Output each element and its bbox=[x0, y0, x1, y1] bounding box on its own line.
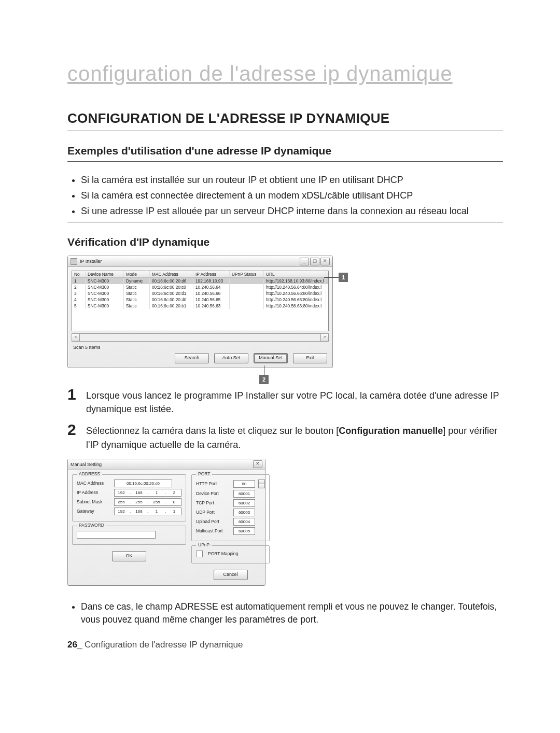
minimize-button[interactable]: _ bbox=[300, 258, 309, 265]
window-buttons: _ ▢ ✕ bbox=[300, 258, 330, 265]
page-banner: configuration de l'adresse ip dynamique bbox=[67, 62, 503, 86]
ip-installer-wrapper: IP Installer _ ▢ ✕ No Device Name Mode M… bbox=[67, 256, 347, 368]
legend: ADDRESS bbox=[77, 471, 102, 476]
table-body: 1 SNC-M300 Dynamic 00:16:6c:00:20:d6 192… bbox=[72, 278, 328, 309]
window-title: IP Installer bbox=[80, 259, 102, 264]
upnp-checkbox[interactable] bbox=[196, 551, 203, 557]
manual-setting-dialog: Manual Setting ✕ ADDRESS MAC Address 00:… bbox=[67, 459, 265, 586]
callout-2: 2 bbox=[259, 365, 269, 384]
manualset-button[interactable]: Manual Set bbox=[254, 353, 288, 363]
mac-label: MAC Address bbox=[77, 481, 111, 486]
scroll-track[interactable] bbox=[80, 333, 320, 342]
mac-field: 00:16:6c:00:20:d6 bbox=[114, 480, 172, 487]
password-field[interactable] bbox=[77, 531, 156, 539]
tcp-port-field[interactable]: 60002 bbox=[233, 499, 255, 507]
port-group: PORT HTTP Port80 Device Port60001 TCP Po… bbox=[191, 474, 270, 541]
left-col: ADDRESS MAC Address 00:16:6c:00:20:d6 IP… bbox=[72, 474, 186, 581]
table-header: No Device Name Mode MAC Address IP Addre… bbox=[72, 271, 328, 278]
col-mode: Mode bbox=[124, 271, 150, 277]
scroll-left-icon[interactable]: < bbox=[72, 333, 80, 342]
gw-field[interactable]: 192. 168. 1. 1 bbox=[114, 508, 181, 515]
section-title: CONFIGURATION DE L'ADRESSE IP DYNAMIQUE bbox=[67, 110, 503, 126]
step-number: 1 bbox=[67, 387, 80, 416]
list-item: Si la caméra est installée sur un routeu… bbox=[81, 173, 503, 187]
ip-field[interactable]: 192. 168. 1. 2 bbox=[114, 489, 181, 497]
maximize-button[interactable]: ▢ bbox=[310, 258, 319, 265]
table-row[interactable]: 1 SNC-M300 Dynamic 00:16:6c:00:20:d6 192… bbox=[72, 278, 328, 284]
page-number: 26 bbox=[67, 640, 77, 650]
http-port-field[interactable]: 80 bbox=[233, 480, 255, 488]
app-icon bbox=[71, 258, 77, 265]
window-buttons: ✕ bbox=[253, 460, 262, 468]
upnp-label: PORT Mapping bbox=[208, 551, 238, 556]
table-row[interactable]: 3 SNC-M300 Static 00:16:6c:00:20:d1 10.2… bbox=[72, 290, 328, 297]
search-button[interactable]: Search bbox=[175, 353, 209, 363]
callout-line bbox=[324, 277, 339, 278]
scroll-right-icon[interactable]: > bbox=[320, 333, 329, 342]
device-port-field[interactable]: 60001 bbox=[233, 490, 255, 498]
button-row: Search Auto Set Manual Set Exit bbox=[68, 353, 332, 368]
h-scrollbar[interactable]: < > bbox=[72, 333, 329, 342]
table-row[interactable]: 5 SNC-M300 Static 00:16:6c:00:20:b1 10.2… bbox=[72, 303, 328, 309]
subnet-field[interactable]: 255. 255. 255. 0 bbox=[114, 498, 181, 506]
close-button[interactable]: ✕ bbox=[253, 460, 262, 468]
upnp-group: UPnP PORT Mapping bbox=[191, 545, 270, 563]
col-ip: IP Address bbox=[193, 271, 230, 277]
divider bbox=[67, 131, 503, 131]
list-item: Si une adresse IP est allouée par un ser… bbox=[81, 204, 503, 218]
legend: UPnP bbox=[196, 542, 212, 547]
titlebar: Manual Setting ✕ bbox=[68, 459, 265, 470]
subsection-examples: Exemples d'utilisation d'une adresse IP … bbox=[67, 145, 503, 157]
step-text: Lorsque vous lancez le programme IP Inst… bbox=[86, 387, 503, 416]
col-mac: MAC Address bbox=[150, 271, 193, 277]
titlebar: IP Installer _ ▢ ✕ bbox=[68, 256, 332, 267]
password-group: PASSWORD bbox=[72, 526, 186, 545]
manual-set-bold: Configuration manuelle bbox=[339, 426, 443, 436]
spinner[interactable] bbox=[258, 480, 265, 488]
ip-installer-window: IP Installer _ ▢ ✕ No Device Name Mode M… bbox=[67, 256, 333, 368]
col-no: No bbox=[72, 271, 86, 277]
step-number: 2 bbox=[67, 422, 80, 451]
right-col: PORT HTTP Port80 Device Port60001 TCP Po… bbox=[191, 474, 270, 581]
device-port-label: Device Port bbox=[196, 491, 230, 496]
udp-port-field[interactable]: 60003 bbox=[233, 509, 255, 516]
note-item: Dans ce cas, le champ ADRESSE est automa… bbox=[81, 600, 503, 627]
step-1: 1 Lorsque vous lancez le programme IP In… bbox=[67, 387, 503, 416]
note: Dans ce cas, le champ ADRESSE est automa… bbox=[67, 600, 503, 627]
divider bbox=[67, 161, 503, 162]
subsection-verify: Vérification d'IP dynamique bbox=[67, 236, 503, 248]
multicast-port-field[interactable]: 60005 bbox=[233, 527, 255, 535]
table-row[interactable]: 4 SNC-M300 Static 00:16:6c:00:20:d0 10.2… bbox=[72, 297, 328, 303]
dialog-title: Manual Setting bbox=[71, 462, 102, 467]
upload-port-label: Upload Port bbox=[196, 519, 230, 524]
upload-port-field[interactable]: 60004 bbox=[233, 518, 255, 526]
status-text: Scan 5 Items bbox=[68, 344, 332, 353]
col-upnp: UPnP Status bbox=[230, 271, 264, 277]
udp-port-label: UDP Port bbox=[196, 510, 230, 515]
ok-button[interactable]: OK bbox=[112, 551, 146, 561]
step-text: Sélectionnez la caméra dans la liste et … bbox=[86, 422, 503, 451]
close-button[interactable]: ✕ bbox=[320, 258, 330, 265]
cancel-button[interactable]: Cancel bbox=[214, 570, 248, 580]
callout-badge: 2 bbox=[259, 375, 269, 384]
exit-button[interactable]: Exit bbox=[293, 353, 327, 363]
multicast-port-label: Multicast Port bbox=[196, 528, 230, 533]
footer-text: Configuration de l'adresse IP dynamique bbox=[82, 640, 243, 650]
callout-line bbox=[264, 365, 264, 375]
step-2: 2 Sélectionnez la caméra dans la liste e… bbox=[67, 422, 503, 451]
col-name: Device Name bbox=[86, 271, 124, 277]
col-url: URL bbox=[264, 271, 326, 277]
autoset-button[interactable]: Auto Set bbox=[214, 353, 248, 363]
subnet-label: Subnet Mask bbox=[77, 499, 111, 504]
legend: PASSWORD bbox=[77, 523, 106, 528]
list-item: Si la caméra est connectée directement à… bbox=[81, 189, 503, 202]
device-list[interactable]: No Device Name Mode MAC Address IP Addre… bbox=[72, 271, 329, 331]
address-group: ADDRESS MAC Address 00:16:6c:00:20:d6 IP… bbox=[72, 474, 186, 521]
gw-label: Gateway bbox=[77, 509, 111, 514]
callout-badge: 1 bbox=[339, 273, 348, 282]
table-row[interactable]: 2 SNC-M300 Static 00:16:6c:00:20:c0 10.2… bbox=[72, 284, 328, 290]
tcp-port-label: TCP Port bbox=[196, 500, 230, 505]
divider bbox=[67, 222, 503, 222]
document-page: configuration de l'adresse ip dynamique … bbox=[0, 0, 560, 733]
page-footer: 26_ Configuration de l'adresse IP dynami… bbox=[67, 640, 503, 650]
